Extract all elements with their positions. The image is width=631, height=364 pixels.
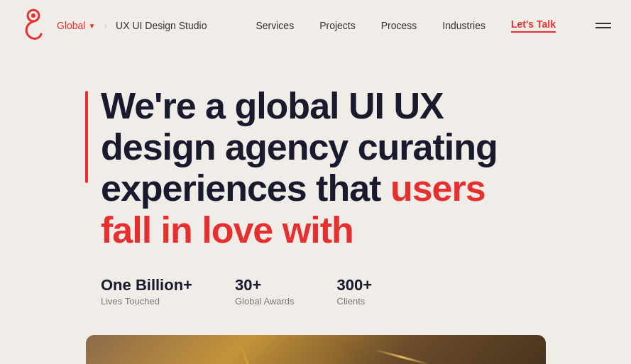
hero-image <box>86 335 546 364</box>
stat-awards-label: Global Awards <box>235 296 295 307</box>
chevron-down-icon: ▼ <box>88 22 95 30</box>
stat-clients-label: Clients <box>337 296 373 307</box>
stats-row: One Billion+ Lives Touched 30+ Global Aw… <box>101 276 588 307</box>
hero-text-block: We're a global UI UX design agency curat… <box>85 85 588 250</box>
nav-projects[interactable]: Projects <box>319 20 356 31</box>
stat-awards: 30+ Global Awards <box>235 276 295 307</box>
hero-section: We're a global UI UX design agency curat… <box>0 51 631 321</box>
hamburger-line-1 <box>596 23 611 24</box>
hero-heading: We're a global UI UX design agency curat… <box>101 85 541 250</box>
nav-links: Services Projects Process Industries Let… <box>256 18 611 33</box>
logo[interactable] <box>20 9 47 43</box>
navbar: Global ▼ › UX UI Design Studio Services … <box>0 0 631 51</box>
hamburger-menu[interactable] <box>596 23 611 28</box>
stat-lives-number: One Billion+ <box>101 276 192 294</box>
stat-lives: One Billion+ Lives Touched <box>101 276 192 307</box>
global-selector[interactable]: Global ▼ <box>57 20 95 31</box>
stat-clients-number: 300+ <box>337 276 373 294</box>
nav-separator: › <box>104 20 107 31</box>
nav-left: Global ▼ › UX UI Design Studio <box>20 9 207 43</box>
studio-label: UX UI Design Studio <box>116 20 207 31</box>
nav-cta-button[interactable]: Let's Talk <box>511 18 556 33</box>
svg-point-1 <box>31 13 35 18</box>
nav-brand: Global ▼ › UX UI Design Studio <box>57 20 207 31</box>
stat-clients: 300+ Clients <box>337 276 373 307</box>
decorative-squiggle <box>374 349 430 364</box>
hamburger-line-2 <box>596 27 611 28</box>
hero-accent-bar <box>85 91 88 183</box>
global-label: Global <box>57 20 85 31</box>
nav-industries[interactable]: Industries <box>442 20 485 31</box>
nav-services[interactable]: Services <box>256 20 294 31</box>
nav-process[interactable]: Process <box>381 20 417 31</box>
stat-awards-number: 30+ <box>235 276 295 294</box>
stat-lives-label: Lives Touched <box>101 296 192 307</box>
